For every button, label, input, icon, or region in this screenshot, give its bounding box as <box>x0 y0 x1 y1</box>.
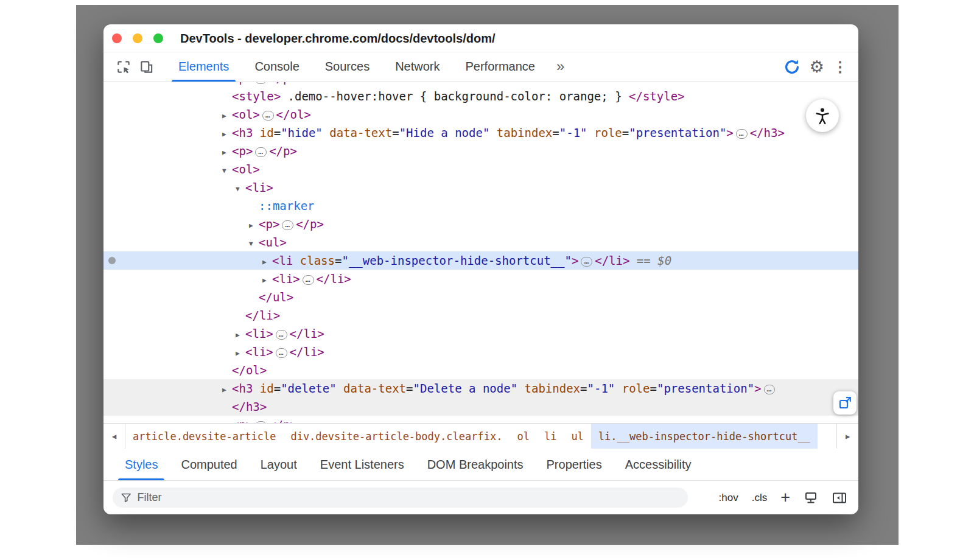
expand-arrow-icon[interactable]: ▼ <box>222 162 232 180</box>
ellipsis-expand-button[interactable]: … <box>255 421 267 423</box>
breadcrumb-item[interactable]: article.devsite-article <box>125 424 283 449</box>
expand-arrow-icon[interactable]: ▶ <box>222 144 232 162</box>
breadcrumb-item[interactable]: li <box>537 424 564 449</box>
dom-token: "Hide a node" <box>399 126 490 139</box>
ellipsis-expand-button[interactable]: … <box>255 147 267 157</box>
sidebar-tab-properties[interactable]: Properties <box>535 449 614 480</box>
dom-token: = <box>274 382 281 395</box>
toggle-sidebar-icon[interactable] <box>832 491 847 505</box>
toggle-element-state-button[interactable]: :hov <box>719 492 738 504</box>
breadcrumb-item[interactable]: ul <box>564 424 590 449</box>
extension-refresh-icon[interactable] <box>783 58 801 76</box>
ellipsis-expand-button[interactable]: … <box>303 275 314 285</box>
dom-token: "__web-inspector-hide-shortcut__" <box>342 254 572 267</box>
ellipsis-expand-button[interactable]: … <box>282 220 293 230</box>
new-style-rule-button[interactable]: + <box>780 489 790 506</box>
ellipsis-expand-button[interactable]: … <box>736 129 748 139</box>
dom-tree-row[interactable]: <style> .demo--hover:hover { background-… <box>103 87 858 105</box>
sidebar-tab-dom-breakpoints[interactable]: DOM Breakpoints <box>416 449 535 480</box>
dom-tree-row[interactable]: ::marker <box>103 197 858 215</box>
dom-token: </style> <box>629 89 685 103</box>
ellipsis-expand-button[interactable]: … <box>764 385 776 394</box>
breadcrumb-item[interactable]: div.devsite-article-body.clearfix. <box>283 424 510 449</box>
ellipsis-expand-button[interactable]: … <box>581 257 592 267</box>
dom-tree-row[interactable]: </ol> <box>103 361 858 379</box>
dom-token: </li> <box>290 327 324 340</box>
dom-tree-row[interactable]: ▶<p>…</p> <box>103 416 858 423</box>
dom-tree-row[interactable]: ▶<li>…</li> <box>103 324 858 343</box>
zoom-window-button[interactable] <box>153 33 163 43</box>
expand-arrow-icon[interactable]: ▶ <box>222 107 232 125</box>
dom-token: > <box>726 126 733 139</box>
dom-token: </ol> <box>232 363 267 377</box>
dom-tree-row[interactable]: ▶<li>…</li> <box>103 343 858 361</box>
tab-performance[interactable]: Performance <box>453 52 548 82</box>
sidebar-tab-computed[interactable]: Computed <box>169 449 248 480</box>
expand-arrow-icon[interactable]: ▶ <box>262 253 272 271</box>
dom-tree-row[interactable]: ▶<h3 id="delete" data-text="Delete a nod… <box>103 379 858 397</box>
dom-tree-row[interactable]: ▶<h3 id="hide" data-text="Hide a node" t… <box>103 124 858 142</box>
dom-token: <ul> <box>259 236 287 249</box>
minimize-window-button[interactable] <box>133 33 142 43</box>
tab-console[interactable]: Console <box>242 52 312 82</box>
tab-sources[interactable]: Sources <box>312 52 382 82</box>
expand-arrow-icon[interactable]: ▶ <box>262 271 272 290</box>
expand-arrow-icon[interactable]: ▶ <box>249 217 259 235</box>
breadcrumb-items: article.devsite-articlediv.devsite-artic… <box>125 424 818 449</box>
dom-tree-row[interactable]: ▶<p>…</p> <box>103 142 858 160</box>
dom-token: <p> <box>259 217 279 231</box>
expand-arrow-icon[interactable]: ▼ <box>236 180 245 198</box>
dom-token: class <box>300 254 335 267</box>
settings-gear-icon[interactable]: ⚙ <box>810 59 824 75</box>
kebab-menu-icon[interactable]: ⋮ <box>833 60 847 74</box>
dom-tree-row[interactable]: ▶<li>…</li> <box>103 270 858 288</box>
expand-arrow-icon[interactable]: ▶ <box>236 345 245 363</box>
dom-token <box>517 382 524 395</box>
sidebar-tab-layout[interactable]: Layout <box>249 449 309 480</box>
dom-token: <li> <box>245 327 273 340</box>
scroll-into-view-button[interactable] <box>833 391 857 415</box>
dom-token: "delete" <box>281 382 337 395</box>
rendering-emulations-icon[interactable] <box>804 491 818 505</box>
filter-input[interactable] <box>137 491 680 504</box>
sidebar-tab-event-listeners[interactable]: Event Listeners <box>309 449 416 480</box>
breadcrumb-scroll-left-icon[interactable]: ◀ <box>103 424 125 449</box>
dom-tree-row[interactable]: </li> <box>103 306 858 324</box>
sidebar-tab-styles[interactable]: Styles <box>113 449 169 480</box>
accessibility-overlay-button[interactable] <box>806 99 839 132</box>
device-toolbar-icon[interactable] <box>135 52 158 82</box>
dom-tree-row[interactable]: ▶<ol>…</ol> <box>103 105 858 124</box>
dom-token <box>253 382 259 395</box>
ellipsis-expand-button[interactable]: … <box>276 348 287 358</box>
breadcrumb-item[interactable]: li.__web-inspector-hide-shortcut__ <box>591 424 818 449</box>
expand-arrow-icon[interactable]: ▼ <box>249 235 259 253</box>
dom-token <box>615 382 622 395</box>
dom-tree-row[interactable]: </h3> <box>103 397 858 416</box>
dom-tree-row[interactable]: ▶<p>…</p> <box>103 215 858 233</box>
tab-elements[interactable]: Elements <box>166 52 242 82</box>
dom-tree-row[interactable]: ▶<li class="__web-inspector-hide-shortcu… <box>103 251 858 270</box>
dom-token: </p> <box>269 144 297 158</box>
breadcrumb-item[interactable]: ol <box>510 424 536 449</box>
dom-tree-row[interactable]: ▼<li> <box>103 178 858 197</box>
expand-arrow-icon[interactable]: ▶ <box>222 125 232 144</box>
dom-tree-row[interactable]: ▶<p>…</p> <box>103 82 858 87</box>
inspect-element-icon[interactable] <box>112 52 135 82</box>
dom-tree-row[interactable]: ▼<ul> <box>103 233 858 251</box>
element-classes-button[interactable]: .cls <box>752 492 768 504</box>
breadcrumb-scroll-right-icon[interactable]: ▶ <box>836 424 858 449</box>
ellipsis-expand-button[interactable]: … <box>262 111 274 121</box>
expand-arrow-icon[interactable]: ▶ <box>222 418 232 423</box>
dom-token: </li> <box>595 254 629 267</box>
tab-network[interactable]: Network <box>382 52 452 82</box>
expand-arrow-icon[interactable]: ▶ <box>222 381 232 399</box>
ellipsis-expand-button[interactable]: … <box>276 330 287 340</box>
ellipsis-expand-button[interactable]: … <box>255 82 267 84</box>
sidebar-tab-accessibility[interactable]: Accessibility <box>614 449 703 480</box>
more-panels-icon[interactable]: » <box>548 52 573 82</box>
filter-field[interactable] <box>113 488 688 508</box>
close-window-button[interactable] <box>112 33 122 43</box>
expand-arrow-icon[interactable]: ▶ <box>236 326 245 345</box>
dom-tree-row[interactable]: </ul> <box>103 288 858 306</box>
dom-tree-row[interactable]: ▼<ol> <box>103 160 858 178</box>
